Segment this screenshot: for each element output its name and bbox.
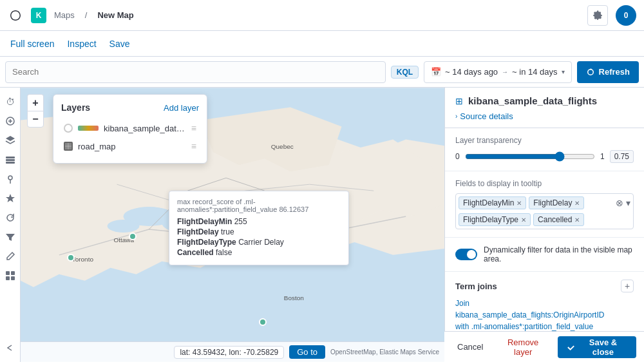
ottawa-marker[interactable] (129, 233, 137, 240)
right-panel-header: ⊞ kibana_sample_data_flights › Source de… (445, 88, 644, 128)
save-link[interactable]: Save (109, 39, 130, 49)
settings-button[interactable] (587, 5, 608, 26)
svg-rect-1 (6, 157, 15, 158)
add-join-button[interactable]: + (621, 280, 634, 292)
layers-header: Layers Add layer (61, 102, 199, 113)
source-details-link[interactable]: › Source details (455, 110, 634, 122)
toggle-knob (467, 250, 476, 259)
tooltip-row-1: FlightDelay true (177, 227, 341, 236)
term-joins-title: Term joins (455, 281, 497, 291)
sidebar-icon-add[interactable] (1, 112, 19, 130)
elastic-icon (8, 8, 23, 23)
title-row: ⊞ kibana_sample_data_flights (455, 95, 634, 106)
toronto-marker[interactable] (67, 254, 75, 262)
layer-legend-0 (78, 126, 99, 131)
dynamic-filter-toggle[interactable] (455, 249, 477, 260)
expand-fields[interactable]: ▾ (626, 198, 630, 208)
map-tooltip: max record_score of .ml-anomalies*:parti… (169, 191, 349, 265)
transparency-slider[interactable] (465, 151, 595, 162)
tooltip-fields-label: Fields to display in tooltip (455, 179, 634, 188)
coordinates: lat: 43.59432, lon: -70.25829 (174, 346, 284, 359)
search-input[interactable] (5, 61, 386, 83)
clear-all-fields[interactable]: ⊗ (616, 198, 623, 208)
sidebar-icon-edit[interactable] (1, 247, 19, 265)
fullscreen-link[interactable]: Full screen (10, 39, 54, 49)
layer-name-1: road_map (78, 142, 186, 151)
layer-visibility-toggle-0[interactable] (64, 124, 73, 133)
green-marker[interactable] (259, 318, 267, 326)
field-remove-3[interactable]: ✕ (574, 216, 580, 224)
layer-item-1[interactable]: road_map ≡ (61, 137, 199, 155)
remove-layer-button[interactable]: Remove layer (493, 338, 552, 357)
kql-badge[interactable]: KQL (391, 66, 419, 79)
transparency-row: 0 1 0.75 (455, 150, 634, 163)
svg-text:Toronto: Toronto (72, 256, 94, 263)
map-area[interactable]: Montreal Quebec Toronto Ottawa Boston + … (21, 88, 444, 362)
join-code: Join kibana_sample_data_flights:OriginAi… (455, 298, 634, 332)
term-joins-header: Term joins + (455, 280, 634, 292)
field-tag-3[interactable]: Cancelled ✕ (533, 213, 584, 226)
sidebar-icon-star[interactable] (1, 189, 19, 207)
sidebar-icon-time[interactable]: ⏱ (1, 93, 19, 111)
save-close-button[interactable]: Save & close (558, 336, 636, 358)
zoom-in-button[interactable]: + (27, 94, 44, 111)
sidebar-icon-grid[interactable] (1, 267, 19, 285)
sidebar-icon-refresh[interactable] (1, 209, 19, 227)
layer-drag-handle-1[interactable]: ≡ (191, 141, 196, 151)
sidebar-icon-layers[interactable] (1, 131, 19, 149)
add-layer-button[interactable]: Add layer (164, 103, 199, 113)
svg-rect-6 (11, 271, 15, 275)
field-remove-2[interactable]: ✕ (521, 216, 526, 224)
field-remove-1[interactable]: ✕ (574, 200, 580, 207)
zoom-out-button[interactable]: − (27, 111, 44, 128)
dynamic-filter-section: Dynamically filter for data in the visib… (445, 238, 644, 272)
svg-rect-7 (6, 276, 10, 280)
svg-text:Boston: Boston (284, 294, 304, 301)
kibana-logo: K (31, 8, 46, 23)
transparency-max: 1 (600, 152, 605, 161)
user-avatar[interactable]: 0 (616, 5, 636, 26)
coord-bar: lat: 43.59432, lon: -70.25829 Go to Open… (21, 341, 444, 362)
main-content: ⏱ (0, 88, 644, 362)
calendar-icon: 📅 (431, 67, 441, 77)
svg-rect-3 (6, 162, 15, 164)
map-name: New Map (97, 10, 133, 20)
sidebar-icon-data[interactable] (1, 151, 19, 169)
layers-title: Layers (61, 102, 90, 113)
tooltip-fields-section: Fields to display in tooltip FlightDelay… (445, 171, 644, 238)
svg-text:Quebec: Quebec (271, 143, 294, 150)
right-panel: ⊞ kibana_sample_data_flights › Source de… (444, 88, 644, 362)
tooltip-row-3: Cancelled false (177, 248, 341, 257)
sidebar-icon-filter[interactable] (1, 228, 19, 246)
svg-rect-2 (6, 159, 15, 161)
field-tag-2[interactable]: FlightDelayType ✕ (459, 213, 531, 226)
svg-rect-5 (6, 271, 10, 275)
transparency-min: 0 (455, 152, 460, 161)
zoom-controls: + − (27, 94, 44, 128)
save-close-label: Save & close (579, 338, 627, 357)
sidebar-icon-pin[interactable] (1, 170, 19, 188)
svg-point-4 (8, 176, 12, 180)
sidebar-icon-back[interactable] (1, 339, 19, 357)
goto-button[interactable]: Go to (289, 345, 325, 359)
time-picker[interactable]: 📅 ~ 14 days ago → ~ in 14 days ▾ (424, 61, 572, 83)
layer-drag-handle-0[interactable]: ≡ (191, 123, 196, 133)
time-from: ~ 14 days ago (445, 67, 498, 77)
field-tag-0[interactable]: FlightDelayMin ✕ (459, 196, 526, 209)
sidebar: ⏱ (0, 88, 21, 362)
field-name-0: FlightDelayMin (463, 198, 514, 207)
dynamic-filter-label: Dynamically filter for data in the visib… (484, 245, 634, 263)
layer-item-0[interactable]: kibana_sample_data_f... ≡ (61, 119, 199, 137)
cancel-button[interactable]: Cancel (452, 342, 488, 352)
field-name-1: FlightDelay (533, 198, 572, 207)
refresh-button[interactable]: Refresh (577, 61, 639, 83)
layer-name-0: kibana_sample_data_f... (104, 124, 186, 133)
field-remove-0[interactable]: ✕ (516, 200, 522, 207)
field-tag-1[interactable]: FlightDelay ✕ (529, 196, 584, 209)
inspect-link[interactable]: Inspect (67, 39, 96, 49)
time-to: ~ in 14 days (512, 67, 557, 77)
svg-rect-8 (11, 276, 15, 280)
layer-type-icon: ⊞ (455, 96, 463, 106)
field-name-2: FlightDelayType (463, 215, 518, 224)
search-bar: KQL 📅 ~ 14 days ago → ~ in 14 days ▾ Ref… (0, 57, 644, 88)
